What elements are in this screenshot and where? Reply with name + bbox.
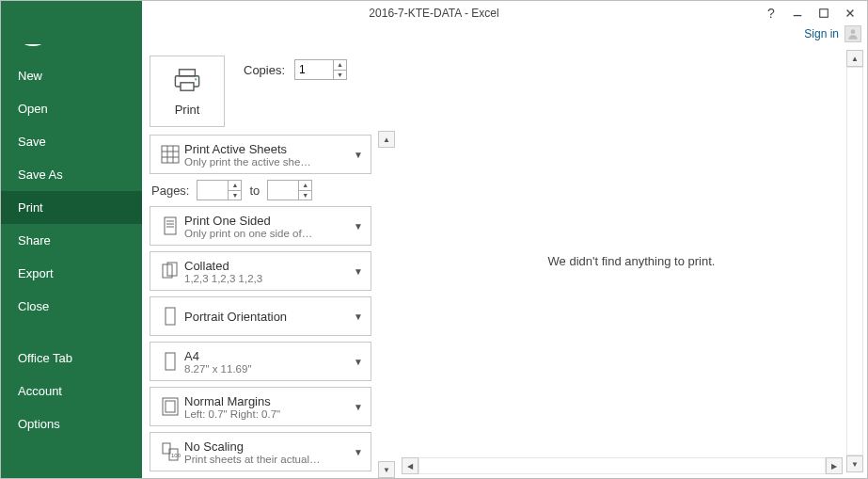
setting-sub: Only print on one side of… (184, 228, 352, 239)
settings-list: Print Active Sheets Only print the activ… (150, 135, 392, 479)
print-button[interactable]: Print (150, 56, 225, 127)
chevron-down-icon: ▼ (352, 311, 365, 322)
copies-input[interactable] (295, 60, 333, 79)
user-avatar-icon[interactable] (844, 25, 861, 42)
scroll-track[interactable] (418, 457, 826, 474)
sidebar-item-share[interactable]: Share (1, 224, 142, 257)
minimize-button[interactable] (786, 3, 809, 24)
setting-sides[interactable]: Print One Sided Only print on one side o… (150, 206, 371, 246)
setting-title: Collated (184, 259, 352, 273)
setting-sub: 1,2,3 1,2,3 1,2,3 (184, 273, 352, 284)
sidebar-item-export[interactable]: Export (1, 257, 142, 290)
scroll-right-icon[interactable]: ▶ (826, 457, 843, 474)
printer-icon (171, 67, 203, 97)
print-preview-panel: We didn't find anything to print. ▲ ▼ ◀ … (396, 44, 867, 478)
pages-to-label: to (249, 184, 260, 198)
pages-to-down-icon[interactable]: ▼ (299, 191, 311, 200)
pages-to-input[interactable] (268, 181, 298, 200)
svg-rect-24 (166, 401, 175, 412)
titlebar-green-strip (1, 1, 142, 44)
sidebar-item-save-as[interactable]: Save As (1, 158, 142, 191)
scroll-track[interactable] (378, 148, 395, 461)
chevron-down-icon: ▼ (352, 402, 365, 412)
setting-scaling[interactable]: 100 No Scaling Print sheets at their act… (150, 432, 371, 471)
pages-from-down-icon[interactable]: ▼ (229, 191, 241, 200)
app-window: 2016-7-KTE-DATA - Excel ? Sign in (0, 0, 868, 479)
setting-title: Print One Sided (184, 214, 352, 228)
setting-orientation[interactable]: Portrait Orientation ▼ (150, 296, 371, 336)
scroll-up-icon[interactable]: ▲ (846, 50, 863, 67)
setting-title: Print Active Sheets (184, 142, 352, 156)
chevron-down-icon: ▼ (352, 266, 365, 277)
sidebar-item-open[interactable]: Open (1, 92, 142, 125)
sidebar-item-account[interactable]: Account (1, 375, 142, 407)
collated-icon (156, 260, 184, 282)
pages-label: Pages: (151, 184, 189, 198)
portrait-icon (156, 305, 184, 327)
margins-icon (156, 395, 184, 418)
restore-button[interactable] (813, 3, 835, 24)
pages-to-stepper[interactable]: ▲▼ (267, 180, 312, 200)
svg-text:100: 100 (171, 453, 181, 458)
sidebar-item-office-tab[interactable]: Office Tab (1, 342, 142, 375)
setting-sub: Print sheets at their actual… (184, 454, 352, 465)
setting-title: Normal Margins (184, 394, 352, 408)
setting-paper-size[interactable]: A4 8.27" x 11.69" ▼ (150, 342, 371, 381)
sidebar-item-new[interactable]: New (1, 59, 142, 92)
chevron-down-icon: ▼ (352, 357, 365, 367)
sidebar-item-save[interactable]: Save (1, 125, 142, 158)
page-icon (156, 215, 184, 237)
setting-collation[interactable]: Collated 1,2,3 1,2,3 1,2,3 ▼ (150, 251, 371, 291)
settings-scrollbar[interactable]: ▲ ▼ (377, 131, 396, 478)
sidebar-item-close[interactable]: Close (1, 290, 142, 323)
setting-sub: Left: 0.7" Right: 0.7" (184, 408, 352, 420)
print-header-row: Print Copies: ▲ ▼ (150, 56, 392, 127)
svg-rect-6 (180, 69, 196, 75)
svg-point-9 (195, 78, 197, 80)
window-controls: ? (760, 3, 861, 24)
help-button[interactable]: ? (760, 3, 782, 24)
scaling-icon: 100 (156, 440, 184, 463)
scroll-track[interactable] (846, 67, 863, 455)
setting-sub: 8.27" x 11.69" (184, 363, 352, 375)
close-button[interactable] (839, 3, 861, 24)
setting-title: No Scaling (184, 439, 352, 454)
copies-up-icon[interactable]: ▲ (334, 60, 346, 71)
scroll-left-icon[interactable]: ◀ (402, 457, 418, 474)
svg-rect-22 (166, 353, 175, 370)
chevron-down-icon: ▼ (352, 447, 365, 457)
sidebar-item-print[interactable]: Print (1, 191, 142, 224)
svg-point-4 (851, 29, 856, 34)
setting-margins[interactable]: Normal Margins Left: 0.7" Right: 0.7" ▼ (150, 387, 371, 426)
pages-row: Pages: ▲▼ to ▲▼ (150, 180, 371, 200)
preview-empty-message: We didn't find anything to print. (396, 44, 867, 478)
preview-vertical-scrollbar[interactable]: ▲ ▼ (846, 50, 863, 472)
svg-rect-15 (165, 217, 176, 234)
pages-from-up-icon[interactable]: ▲ (229, 181, 241, 191)
backstage-sidebar: New Open Save Save As Print Share Export… (1, 44, 142, 478)
copies-down-icon[interactable]: ▼ (334, 71, 346, 80)
print-settings-panel: Print Copies: ▲ ▼ (142, 44, 396, 478)
paper-icon (156, 350, 184, 373)
copies-label: Copies: (244, 63, 285, 77)
scroll-down-icon[interactable]: ▼ (378, 461, 395, 478)
svg-rect-8 (181, 82, 194, 89)
scroll-down-icon[interactable]: ▼ (846, 455, 863, 472)
setting-print-area[interactable]: Print Active Sheets Only print the activ… (150, 135, 371, 174)
chevron-down-icon: ▼ (352, 221, 365, 232)
pages-from-stepper[interactable]: ▲▼ (197, 180, 242, 200)
setting-title: Portrait Orientation (184, 310, 352, 324)
sidebar-item-options[interactable]: Options (1, 407, 142, 440)
svg-rect-21 (166, 308, 175, 325)
sidebar-divider (1, 323, 142, 342)
sign-in-link[interactable]: Sign in (804, 27, 839, 40)
preview-horizontal-scrollbar[interactable]: ◀ ▶ (402, 457, 843, 474)
copies-stepper[interactable]: ▲ ▼ (294, 59, 347, 80)
print-tile-label: Print (175, 103, 200, 117)
pages-from-input[interactable] (197, 181, 228, 200)
body: New Open Save Save As Print Share Export… (1, 44, 867, 478)
scroll-up-icon[interactable]: ▲ (378, 131, 395, 148)
sign-in-row: Sign in (804, 25, 861, 42)
pages-to-up-icon[interactable]: ▲ (299, 181, 311, 191)
svg-rect-1 (820, 9, 829, 18)
